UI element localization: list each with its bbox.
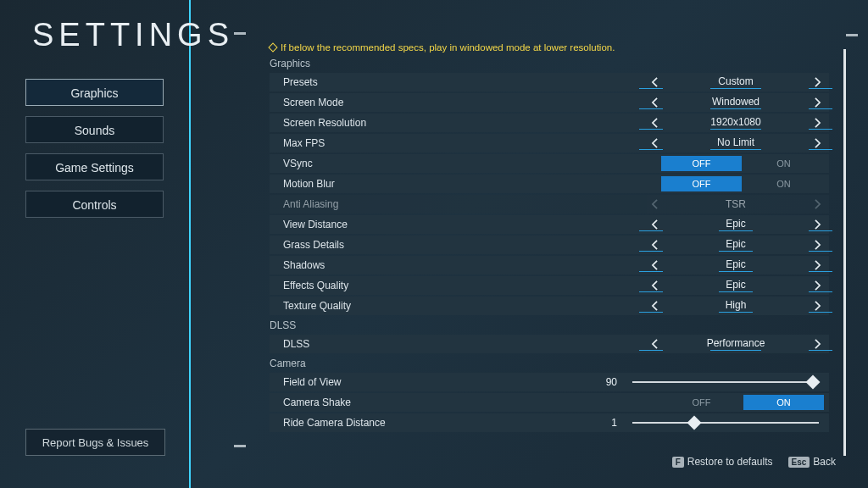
chevron-left-icon[interactable]: [648, 75, 661, 89]
warning-text: If below the recommended specs, play in …: [281, 42, 615, 53]
selector-value: 1920x1080: [668, 116, 804, 130]
key-f: F: [672, 457, 684, 468]
selector-value: Epic: [668, 238, 804, 252]
decorative-dash: [234, 445, 246, 447]
slider[interactable]: [632, 381, 819, 383]
chevron-left-icon[interactable]: [648, 299, 661, 313]
slider[interactable]: [632, 422, 819, 424]
settings-panel: If below the recommended specs, play in …: [270, 42, 829, 458]
selector-value: Epic: [668, 218, 804, 231]
selector-value: Windowed: [668, 96, 804, 109]
toggle-on[interactable]: ON: [743, 156, 824, 171]
chevron-right-icon: [810, 197, 824, 211]
chevron-left-icon[interactable]: [648, 337, 661, 351]
chevron-right-icon[interactable]: [810, 136, 824, 150]
footer: FRestore to defaults EscBack: [672, 456, 836, 468]
label: Grass Details: [283, 239, 529, 251]
selector-value: Performance: [668, 337, 804, 351]
toggle: OFF ON: [661, 176, 824, 191]
nav-controls[interactable]: Controls: [25, 191, 164, 218]
toggle-on[interactable]: ON: [743, 176, 824, 191]
row-texture: Texture Quality High: [270, 297, 829, 315]
row-effects: Effects Quality Epic: [270, 276, 829, 295]
chevron-left-icon[interactable]: [648, 136, 661, 150]
selector-value: Epic: [668, 258, 804, 272]
row-grass: Grass Details Epic: [270, 236, 829, 254]
selector-value: TSR: [668, 198, 804, 210]
selector-value: No Limit: [668, 136, 804, 150]
chevron-left-icon[interactable]: [648, 279, 661, 292]
chevron-right-icon[interactable]: [810, 218, 824, 231]
selector-value: Epic: [668, 279, 804, 292]
chevron-right-icon[interactable]: [810, 299, 824, 313]
chevron-right-icon[interactable]: [810, 75, 824, 89]
decorative-dash: [234, 32, 246, 35]
label: Texture Quality: [283, 300, 529, 312]
chevron-left-icon[interactable]: [648, 116, 661, 130]
row-view-distance: View Distance Epic: [270, 215, 829, 234]
row-fov: Field of View 90: [270, 373, 829, 391]
label: Shadows: [283, 259, 529, 271]
restore-defaults[interactable]: FRestore to defaults: [672, 456, 773, 468]
back-button[interactable]: EscBack: [788, 456, 836, 468]
label: Effects Quality: [283, 280, 529, 291]
label: Motion Blur: [283, 178, 529, 190]
toggle-off[interactable]: OFF: [661, 395, 742, 410]
label: Screen Mode: [283, 97, 529, 108]
slider-thumb[interactable]: [687, 416, 701, 430]
toggle-off[interactable]: OFF: [661, 176, 742, 191]
toggle: OFF ON: [661, 156, 824, 171]
chevron-right-icon[interactable]: [810, 337, 824, 351]
row-resolution: Screen Resolution 1920x1080: [270, 114, 829, 132]
scrollbar[interactable]: [843, 49, 846, 456]
nav-game-settings[interactable]: Game Settings: [25, 153, 164, 180]
selector-value: High: [668, 299, 804, 313]
chevron-right-icon[interactable]: [810, 116, 824, 130]
section-dlss: DLSS: [270, 319, 829, 331]
key-esc: Esc: [788, 457, 810, 468]
label: Presets: [283, 76, 529, 88]
row-camera-shake: Camera Shake OFF ON: [270, 393, 829, 412]
nav-graphics[interactable]: Graphics: [25, 79, 164, 106]
report-button[interactable]: Report Bugs & Issues: [25, 429, 165, 456]
row-max-fps: Max FPS No Limit: [270, 134, 829, 152]
row-dlss: DLSS Performance: [270, 335, 829, 353]
nav: Graphics Sounds Game Settings Controls: [25, 79, 164, 218]
chevron-left-icon[interactable]: [648, 96, 661, 109]
chevron-left-icon[interactable]: [648, 238, 661, 252]
chevron-right-icon[interactable]: [810, 96, 824, 109]
row-presets: Presets Custom: [270, 73, 829, 92]
section-graphics: Graphics: [270, 58, 829, 69]
label: Anti Aliasing: [283, 198, 529, 210]
warning-banner: If below the recommended specs, play in …: [270, 42, 829, 53]
slider-value: 1: [600, 417, 617, 429]
slider-thumb[interactable]: [806, 375, 821, 390]
chevron-right-icon[interactable]: [810, 258, 824, 272]
selector-value: Custom: [668, 75, 804, 89]
nav-sounds[interactable]: Sounds: [25, 116, 164, 143]
row-vsync: VSync OFF ON: [270, 154, 829, 173]
label: VSync: [283, 158, 529, 169]
label: DLSS: [283, 338, 529, 350]
label: Field of View: [283, 376, 529, 388]
chevron-right-icon[interactable]: [810, 279, 824, 292]
decorative-dash: [846, 34, 858, 36]
sidebar: SETTINGS Graphics Sounds Game Settings C…: [0, 0, 191, 488]
row-screen-mode: Screen Mode Windowed: [270, 93, 829, 112]
row-anti-aliasing: Anti Aliasing TSR: [270, 195, 829, 214]
row-ride-cam: Ride Camera Distance 1: [270, 413, 829, 432]
chevron-left-icon[interactable]: [648, 258, 661, 272]
toggle-off[interactable]: OFF: [661, 156, 742, 171]
toggle-on[interactable]: ON: [743, 395, 824, 410]
label: View Distance: [283, 219, 529, 230]
slider-value: 90: [600, 376, 617, 388]
label: Max FPS: [283, 137, 529, 149]
warning-icon: [268, 42, 277, 52]
chevron-left-icon[interactable]: [648, 218, 661, 231]
chevron-left-icon: [648, 197, 661, 211]
label: Screen Resolution: [283, 117, 529, 129]
toggle: OFF ON: [661, 395, 824, 410]
page-title: SETTINGS: [32, 17, 189, 53]
section-camera: Camera: [270, 358, 829, 369]
chevron-right-icon[interactable]: [810, 238, 824, 252]
